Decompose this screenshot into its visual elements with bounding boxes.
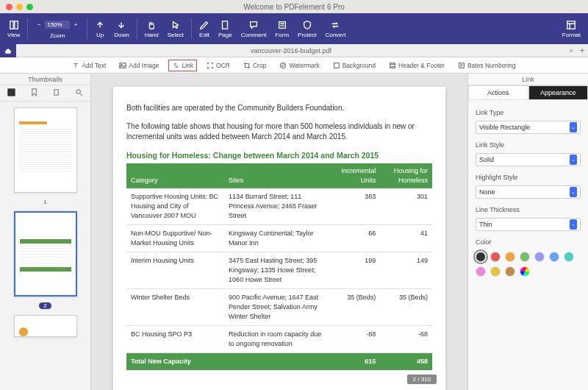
svg-rect-10 <box>459 63 465 68</box>
ocr-button[interactable]: OCR <box>203 60 234 71</box>
color-swatch[interactable] <box>564 252 574 262</box>
chevron-down-icon: ⌄ <box>570 187 577 197</box>
header-footer-button[interactable]: Header & Footer <box>385 60 448 71</box>
link-style-select[interactable]: Solid⌄ <box>476 153 581 166</box>
page-content: Both facilities are operated by the Comm… <box>113 87 445 390</box>
appearance-tab[interactable]: Appearance <box>528 85 589 100</box>
table-title: Housing for Homeless: Change between Mar… <box>126 150 432 161</box>
color-swatch[interactable] <box>490 252 501 262</box>
edit-button[interactable]: Edit <box>196 15 212 42</box>
add-text-button[interactable]: Add Text <box>68 60 110 71</box>
line-thickness-label: Line Thickness <box>476 206 581 213</box>
thumbnail-number: 1 <box>43 199 46 205</box>
edit-toolbar: Add Text Add Image Link OCR Crop Waterma… <box>0 57 588 74</box>
link-type-select[interactable]: Visible Rectangle⌄ <box>476 121 581 134</box>
svg-rect-12 <box>54 90 59 95</box>
document-tab-bar: vancouver-2016-budget.pdf × + <box>0 44 588 57</box>
panel-tabs: Actions Appearance <box>468 85 588 100</box>
actions-tab[interactable]: Actions <box>468 85 528 100</box>
down-button[interactable]: Down <box>111 15 132 42</box>
background-button[interactable]: Background <box>329 60 379 71</box>
paragraph: The following table shows that housing f… <box>126 121 432 143</box>
select-button[interactable]: Select <box>165 15 187 42</box>
color-swatch[interactable] <box>520 252 530 262</box>
chevron-down-icon: ⌄ <box>570 219 577 230</box>
color-swatch[interactable] <box>534 252 545 262</box>
close-window-button[interactable] <box>6 4 12 10</box>
svg-rect-1 <box>14 21 17 29</box>
zoom-group[interactable]: −+ Zoom <box>32 15 82 42</box>
minimize-window-button[interactable] <box>16 4 23 10</box>
color-picker-icon[interactable] <box>520 266 530 277</box>
link-button[interactable]: Link <box>168 60 197 71</box>
bookmarks-tab-icon[interactable] <box>30 88 38 98</box>
svg-rect-9 <box>390 63 395 68</box>
page-button[interactable]: Page <box>215 15 235 42</box>
thumbnail-number: 2 <box>39 302 51 309</box>
zoom-in-button[interactable]: + <box>72 21 79 29</box>
table-row: Winter Shelter Beds900 Pacific Avenue; 1… <box>126 289 432 326</box>
window-titlebar: Welcome to PDFelement 6 Pro <box>0 0 588 13</box>
zoom-select[interactable] <box>45 21 70 29</box>
color-swatch[interactable] <box>476 266 486 277</box>
panel-title: Link <box>468 74 588 85</box>
comment-button[interactable]: Comment <box>238 15 270 42</box>
traffic-lights <box>6 4 33 10</box>
thumbnail-page-2[interactable] <box>14 211 77 297</box>
form-button[interactable]: Form <box>272 15 292 42</box>
hand-button[interactable]: Hand <box>142 15 162 42</box>
data-table: Category Sites Incremental Units Housing… <box>126 163 432 371</box>
svg-point-13 <box>76 90 81 94</box>
add-image-button[interactable]: Add Image <box>115 60 162 71</box>
svg-rect-11 <box>8 89 15 96</box>
format-button[interactable]: Format <box>559 15 584 42</box>
table-row: Non-MOU Supportive/ Non-Market Housing U… <box>126 224 432 252</box>
document-tab[interactable]: vancouver-2016-budget.pdf <box>16 47 566 54</box>
table-row: BC Housing SPO P3Reduction in room capac… <box>126 326 432 353</box>
document-viewport[interactable]: Both facilities are operated by the Comm… <box>91 74 467 390</box>
paragraph: Both facilities are operated by the Comm… <box>126 103 432 114</box>
chevron-down-icon: ⌄ <box>570 122 577 132</box>
search-tab-icon[interactable] <box>75 88 83 98</box>
link-type-label: Link Type <box>476 109 581 116</box>
svg-rect-4 <box>567 21 576 29</box>
main-ribbon: View −+ Zoom Up Down Hand Select Edit Pa… <box>0 13 588 44</box>
tab-add-button[interactable]: + <box>576 45 588 56</box>
color-swatch[interactable] <box>505 266 515 277</box>
svg-rect-0 <box>10 21 12 29</box>
window-title: Welcome to PDFelement 6 Pro <box>243 3 345 11</box>
highlight-style-label: Highlight Style <box>476 174 581 181</box>
table-row: Interim Housing Units3475 East Hasting S… <box>126 252 432 289</box>
zoom-out-button[interactable]: − <box>35 21 43 29</box>
home-tab[interactable] <box>0 44 16 57</box>
table-row: Supportive Housing Units: BC Housing and… <box>126 188 432 225</box>
color-swatches <box>476 252 581 277</box>
thumbnail-page-3[interactable] <box>14 315 77 337</box>
color-swatch[interactable] <box>490 266 501 277</box>
watermark-button[interactable]: Watermark <box>276 60 323 71</box>
bates-numbering-button[interactable]: Bates Numbering <box>454 60 520 71</box>
up-button[interactable]: Up <box>92 15 108 42</box>
protect-button[interactable]: Protect <box>295 15 319 42</box>
attachments-tab-icon[interactable] <box>52 88 60 98</box>
sidebar-title: Thumbnails <box>0 74 90 85</box>
svg-rect-2 <box>223 21 228 29</box>
svg-rect-8 <box>334 63 339 68</box>
color-swatch[interactable] <box>505 252 515 262</box>
color-swatch[interactable] <box>476 252 486 262</box>
thumbnail-list[interactable]: 1 2 <box>0 102 90 390</box>
tab-close-button[interactable]: × <box>566 47 576 54</box>
link-style-label: Link Style <box>476 141 581 149</box>
right-panel: Link Actions Appearance Link Type Visibl… <box>467 74 588 390</box>
zoom-window-button[interactable] <box>26 4 33 10</box>
crop-button[interactable]: Crop <box>240 60 270 71</box>
thumbnail-page-1[interactable] <box>14 107 77 193</box>
table-total-row: Total New Capacity615458 <box>126 353 432 371</box>
chevron-down-icon: ⌄ <box>570 155 577 165</box>
convert-button[interactable]: Convert <box>322 15 348 42</box>
line-thickness-select[interactable]: Thin⌄ <box>476 218 581 231</box>
view-button[interactable]: View <box>4 15 23 42</box>
thumbnails-tab-icon[interactable] <box>7 88 15 98</box>
highlight-style-select[interactable]: None⌄ <box>476 185 581 199</box>
color-swatch[interactable] <box>549 252 559 262</box>
